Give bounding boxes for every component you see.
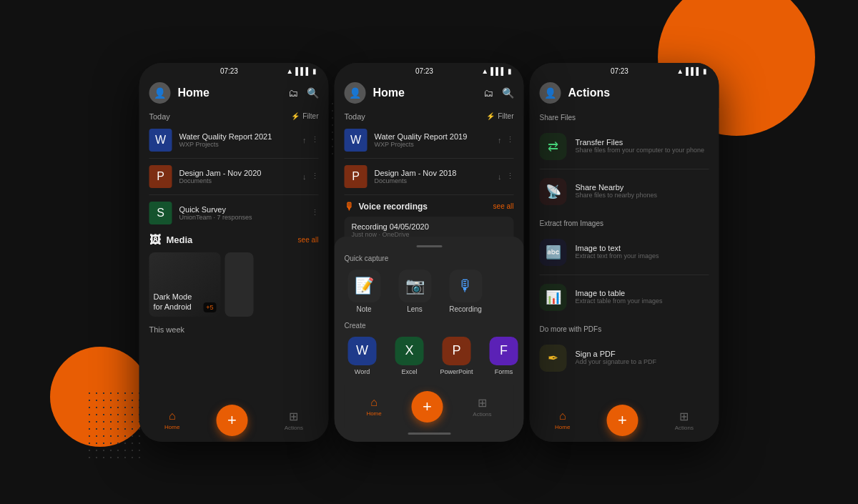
nav-home-right[interactable]: ⌂ Home	[555, 410, 570, 430]
sign-pdf-item[interactable]: ✒ Sign a PDF Add your signature to a PDF	[540, 339, 709, 377]
folder-icon[interactable]: 🗂	[288, 87, 298, 99]
search-icon-c[interactable]: 🔍	[502, 87, 514, 99]
recording-title: Recording 04/05/2020	[352, 222, 507, 231]
media-title: 🖼 Media	[149, 234, 193, 247]
app-title-right: Actions	[568, 87, 709, 99]
file-actions-ppt-c: ↓ ⋮	[498, 172, 514, 181]
file-sub-sheets: UnionTeam · 7 responses	[179, 214, 304, 221]
file-item-word[interactable]: W Water Quality Report 2021 WXP Projects…	[139, 124, 329, 157]
filter-center[interactable]: ⚡ Filter	[486, 112, 513, 120]
download-icon-ppt[interactable]: ↓	[302, 172, 307, 181]
nav-fab-left[interactable]: +	[217, 405, 248, 436]
fab-icon-right: +	[618, 411, 627, 430]
transfer-files-item[interactable]: ⇄ Transfer Files Share files from your c…	[540, 127, 709, 166]
nav-fab-center[interactable]: +	[412, 391, 443, 423]
img-table-item[interactable]: 📊 Image to table Extract table from your…	[540, 278, 709, 317]
media-see-all[interactable]: see all	[298, 236, 319, 244]
divider-2	[149, 194, 319, 195]
deco-dots-left	[86, 390, 143, 461]
voice-label: Voice recordings	[359, 202, 428, 212]
download-icon-ppt-c[interactable]: ↓	[498, 172, 502, 181]
nav-fab-right[interactable]: +	[607, 405, 638, 436]
more-icon-word-c[interactable]: ⋮	[506, 135, 514, 144]
img-text-info: Image to text Extract text from your ima…	[576, 244, 709, 261]
nav-home-center[interactable]: ⌂ Home	[366, 396, 381, 417]
file-actions-word: ↑ ⋮	[302, 135, 319, 144]
create-word[interactable]: W Word	[345, 337, 380, 375]
transfer-title: Transfer Files	[576, 138, 709, 147]
create-forms[interactable]: F Forms	[486, 337, 522, 375]
nav-home-left[interactable]: ⌂ Home	[164, 410, 179, 430]
nav-actions-right[interactable]: ⊞ Actions	[675, 410, 694, 431]
search-icon[interactable]: 🔍	[307, 87, 319, 99]
divider-c1	[345, 158, 514, 159]
status-bar-right: 07:23 ▲ ▌▌▌ ▮	[530, 63, 719, 78]
create-ppt[interactable]: P PowerPoint	[439, 337, 475, 375]
note-icon-bg: 📝	[347, 270, 380, 302]
img-text-item[interactable]: 🔤 Image to text Extract text from your i…	[540, 233, 709, 272]
media-thumbnails: Dark Modefor Android +5	[149, 252, 319, 317]
divider-r2	[540, 275, 709, 275]
file-item-word-c[interactable]: W Water Quality Report 2019 WXP Projects…	[335, 124, 524, 157]
actions-icon-center: ⊞	[478, 396, 487, 410]
more-icon-word[interactable]: ⋮	[311, 135, 319, 144]
this-week-label: This week	[139, 321, 329, 335]
nav-actions-left[interactable]: ⊞ Actions	[285, 410, 303, 431]
upload-icon-word[interactable]: ↑	[302, 136, 307, 144]
create-title: Create	[345, 322, 514, 330]
file-actions-sheets: ⋮	[311, 208, 319, 217]
status-bar-center: 07:23 ▲ ▌▌▌ ▮	[335, 63, 524, 78]
excel-create-label: Excel	[401, 368, 417, 375]
file-item-sheets[interactable]: S Quick Survey UnionTeam · 7 responses ⋮	[139, 197, 329, 229]
file-item-ppt-c[interactable]: P Design Jam - Nov 2018 Documents ↓ ⋮	[335, 160, 524, 193]
media-thumb-text: Dark Modefor Android	[154, 292, 192, 312]
file-info-word: Water Quality Report 2021 WXP Projects	[179, 132, 296, 148]
capture-lens[interactable]: 📷 Lens	[395, 270, 435, 313]
create-excel[interactable]: X Excel	[392, 337, 428, 375]
media-label: Media	[167, 234, 193, 245]
nav-home-label-right: Home	[555, 424, 570, 430]
extract-images-title: Extract from Images	[540, 219, 709, 227]
file-name-word: Water Quality Report 2021	[179, 132, 296, 141]
nav-actions-center[interactable]: ⊞ Actions	[473, 396, 491, 417]
upload-icon-word-c[interactable]: ↑	[498, 136, 502, 144]
folder-icon-c[interactable]: 🗂	[483, 87, 493, 99]
filter-icon-c: ⚡	[486, 112, 495, 120]
capture-recording[interactable]: 🎙 Recording	[446, 270, 485, 313]
file-item-ppt[interactable]: P Design Jam - Nov 2020 Documents ↓ ⋮	[139, 160, 329, 193]
capture-note[interactable]: 📝 Note	[345, 270, 384, 313]
media-section: 🖼 Media see all Dark Modefor Android +5	[139, 229, 329, 321]
filter-left[interactable]: ⚡ Filter	[291, 112, 318, 120]
section-today-center: Today ⚡ Filter	[335, 108, 524, 124]
share-nearby-item[interactable]: 📡 Share Nearby Share files to nearby pho…	[540, 172, 709, 211]
quick-capture-sheet: Quick capture 📝 Note 📷 Lens 🎙 Recording	[335, 237, 524, 442]
today-label-left: Today	[149, 112, 170, 121]
media-thumb-main[interactable]: Dark Modefor Android +5	[149, 252, 221, 317]
sign-pdf-desc: Add your signature to a PDF	[576, 358, 709, 367]
filter-icon: ⚡	[291, 112, 300, 120]
home-icon-right: ⌂	[559, 410, 566, 423]
more-icon-sheets[interactable]: ⋮	[311, 208, 319, 217]
status-time-left: 07:23	[220, 67, 238, 75]
file-sub-word-c: WXP Projects	[375, 141, 491, 148]
bottom-nav-right: ⌂ Home + ⊞ Actions	[530, 399, 719, 442]
signal-icon-r: ▌▌▌	[686, 67, 701, 75]
share-files-title: Share Files	[540, 114, 709, 122]
app-title-center: Home	[373, 87, 483, 99]
actions-icon-left: ⊞	[289, 410, 298, 423]
voice-see-all[interactable]: see all	[493, 202, 514, 210]
word-icon-c: W	[345, 129, 368, 152]
media-thumb-badge: +5	[203, 302, 216, 312]
sheet-handle	[416, 245, 442, 247]
divider-c2	[345, 194, 514, 195]
word-icon: W	[149, 129, 172, 152]
nav-actions-label-center: Actions	[473, 411, 491, 417]
more-icon-ppt[interactable]: ⋮	[311, 172, 319, 181]
app-bar-icons-center: 🗂 🔍	[483, 87, 514, 99]
battery-icon: ▮	[312, 67, 317, 75]
ppt-icon-c: P	[345, 165, 368, 188]
more-icon-ppt-c[interactable]: ⋮	[506, 172, 514, 181]
battery-icon-r: ▮	[703, 67, 707, 75]
lens-icon-bg: 📷	[398, 270, 431, 302]
phone-center: 07:23 ▲ ▌▌▌ ▮ 👤 Home 🗂 🔍 Today ⚡ Filter	[335, 63, 524, 442]
